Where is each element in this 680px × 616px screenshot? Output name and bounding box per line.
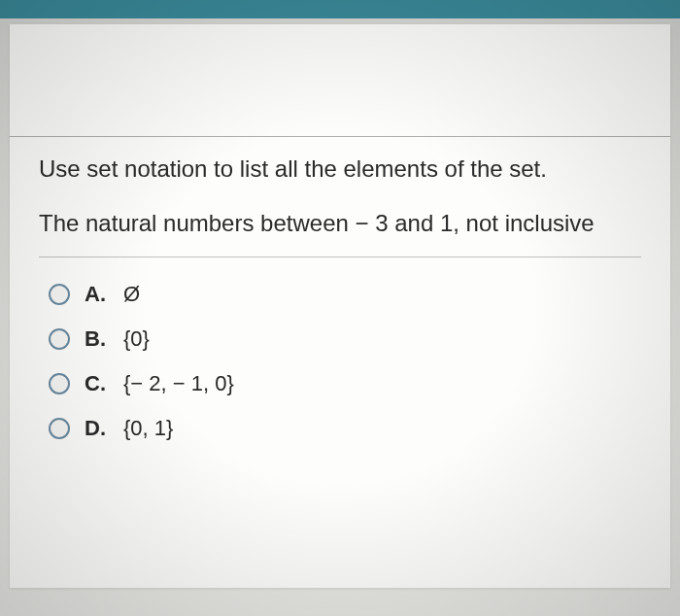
option-text: {0}	[123, 326, 150, 352]
radio-icon[interactable]	[49, 373, 70, 394]
options-list: A. Ø B. {0} C. {− 2, − 1, 0} D. {0, 1}	[39, 282, 641, 441]
option-a[interactable]: A. Ø	[49, 282, 641, 307]
radio-icon[interactable]	[49, 328, 70, 350]
option-label: C.	[85, 371, 109, 396]
option-c[interactable]: C. {− 2, − 1, 0}	[49, 371, 641, 396]
option-text: {0, 1}	[123, 416, 173, 441]
option-d[interactable]: D. {0, 1}	[49, 416, 641, 441]
option-label: A.	[85, 282, 109, 307]
option-label: D.	[85, 416, 109, 441]
radio-icon[interactable]	[49, 418, 70, 439]
option-b[interactable]: B. {0}	[49, 326, 641, 352]
question-detail: The natural numbers between − 3 and 1, n…	[39, 210, 641, 237]
option-label: B.	[85, 326, 109, 352]
divider	[39, 257, 641, 257]
option-text: {− 2, − 1, 0}	[123, 371, 234, 396]
question-page: Use set notation to list all the element…	[10, 24, 670, 588]
question-prompt: Use set notation to list all the element…	[39, 155, 641, 183]
top-divider	[10, 136, 670, 137]
question-content: Use set notation to list all the element…	[10, 24, 670, 490]
radio-icon[interactable]	[49, 284, 70, 305]
option-text: Ø	[123, 282, 140, 307]
